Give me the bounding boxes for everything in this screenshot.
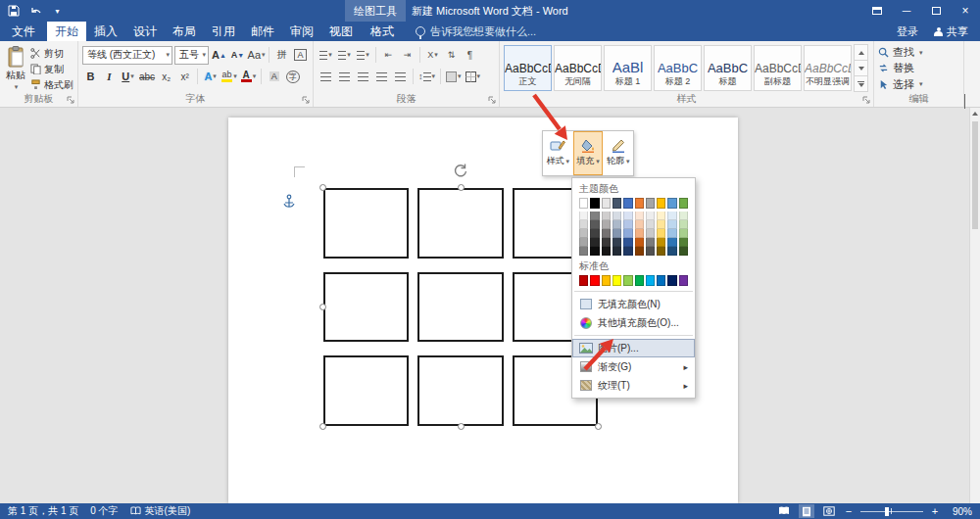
vertical-scrollbar[interactable] <box>969 108 980 503</box>
theme-color-swatch[interactable] <box>679 198 688 209</box>
theme-tint-swatch[interactable] <box>612 238 621 247</box>
paste-button[interactable]: 粘贴 ▾ <box>4 44 27 92</box>
grid-cell[interactable] <box>323 355 409 426</box>
theme-tint-swatch[interactable] <box>679 220 688 229</box>
menu-item-texture[interactable]: 纹理(T)▸ <box>572 376 695 395</box>
shrink-font-button[interactable]: A▼ <box>229 46 246 64</box>
shape-style-button[interactable]: 样式▾ <box>543 131 573 175</box>
grid-cell[interactable] <box>323 188 409 259</box>
theme-tint-swatch[interactable] <box>646 220 655 229</box>
style-item[interactable]: AaBbCcDd正文 <box>504 45 552 91</box>
save-icon[interactable] <box>4 2 24 20</box>
standard-color-swatch[interactable] <box>590 275 599 286</box>
select-button[interactable]: 选择 ▾ <box>878 77 959 92</box>
menu-item-gradient[interactable]: 渐变(G)▸ <box>572 357 695 376</box>
selection-handle-w[interactable] <box>319 304 326 310</box>
standard-color-swatch[interactable] <box>657 275 665 286</box>
tab-开始[interactable]: 开始 <box>47 22 86 41</box>
theme-tint-swatch[interactable] <box>579 247 588 256</box>
theme-tint-swatch[interactable] <box>590 229 599 238</box>
bold-button[interactable]: B <box>82 68 99 85</box>
style-item[interactable]: AaBbCcDd无间隔 <box>554 45 602 91</box>
standard-color-swatch[interactable] <box>579 275 588 286</box>
theme-tint-swatch[interactable] <box>590 238 599 247</box>
grid-cell[interactable] <box>417 355 503 426</box>
standard-color-swatch[interactable] <box>679 275 688 286</box>
theme-tint-swatch[interactable] <box>646 212 655 220</box>
theme-tint-swatch[interactable] <box>635 238 644 247</box>
line-spacing-button[interactable]: ↕▾ <box>417 68 436 85</box>
theme-tint-swatch[interactable] <box>667 212 676 220</box>
theme-tint-swatch[interactable] <box>602 238 611 247</box>
theme-tint-swatch[interactable] <box>602 220 611 229</box>
align-left-button[interactable] <box>318 68 334 85</box>
tab-视图[interactable]: 视图 <box>321 22 361 41</box>
phonetic-guide-button[interactable]: 拼 <box>273 46 290 64</box>
standard-color-swatch[interactable] <box>635 275 644 286</box>
tell-me-box[interactable]: 告诉我您想要做什么... <box>416 22 536 41</box>
tab-邮件[interactable]: 邮件 <box>243 22 282 41</box>
theme-tint-swatch[interactable] <box>657 220 665 229</box>
replace-button[interactable]: 替换 <box>878 61 959 75</box>
strikethrough-button[interactable]: abc <box>138 68 156 85</box>
shape-outline-button[interactable]: 轮廓▾ <box>603 131 633 175</box>
style-item[interactable]: AaBbC标题 <box>704 45 752 91</box>
ribbon-display-options-button[interactable] <box>862 0 892 22</box>
theme-color-swatch[interactable] <box>646 198 655 209</box>
zoom-slider[interactable] <box>860 504 923 518</box>
character-shading-button[interactable]: A <box>266 68 282 85</box>
theme-tint-swatch[interactable] <box>579 220 588 229</box>
theme-tint-swatch[interactable] <box>612 220 621 229</box>
read-mode-button[interactable] <box>776 504 792 518</box>
share-button[interactable]: 共享 <box>934 24 968 39</box>
font-family-combo[interactable]: 等线 (西文正文) ▾ <box>82 46 172 65</box>
text-effects-button[interactable]: A▾ <box>202 68 219 85</box>
document-canvas[interactable]: 样式▾ 填充▾ 轮廓▾ 主题颜色 标准色 无填充颜色(N)其他填充颜色(O)..… <box>0 108 980 503</box>
decrease-indent-button[interactable]: ⇤ <box>380 46 397 64</box>
theme-tint-swatch[interactable] <box>612 212 621 220</box>
theme-tint-swatch[interactable] <box>646 238 655 247</box>
selection-handle-se[interactable] <box>595 423 602 430</box>
theme-tint-swatch[interactable] <box>679 247 688 256</box>
theme-tint-swatch[interactable] <box>590 212 599 220</box>
numbering-button[interactable]: ▾ <box>336 46 353 64</box>
text-highlight-button[interactable]: ab ▾ <box>220 68 238 85</box>
subscript-button[interactable]: x₂ <box>158 68 174 85</box>
rotation-handle[interactable] <box>453 163 468 178</box>
grid-cell[interactable] <box>417 272 503 343</box>
tab-插入[interactable]: 插入 <box>86 22 125 41</box>
tab-file[interactable]: 文件 <box>0 22 47 41</box>
scrollbar-thumb[interactable] <box>972 121 978 229</box>
grow-font-button[interactable]: A▲ <box>211 46 227 64</box>
restore-button[interactable] <box>921 0 951 22</box>
asian-layout-button[interactable]: X▾ <box>424 46 441 64</box>
selection-handle-n[interactable] <box>458 184 465 191</box>
theme-color-swatch[interactable] <box>602 198 611 209</box>
theme-tint-swatch[interactable] <box>612 229 621 238</box>
change-case-button[interactable]: Aa▾ <box>248 46 265 64</box>
font-dialog-launcher[interactable] <box>302 96 311 105</box>
italic-button[interactable]: I <box>101 68 118 85</box>
standard-color-swatch[interactable] <box>612 275 621 286</box>
font-size-combo[interactable]: 五号 ▾ <box>174 46 209 65</box>
close-button[interactable]: × <box>951 0 980 22</box>
theme-tint-swatch[interactable] <box>657 238 665 247</box>
theme-tint-swatch[interactable] <box>646 247 655 256</box>
scroll-up-button[interactable] <box>970 108 980 119</box>
theme-tint-swatch[interactable] <box>679 229 688 238</box>
theme-tint-swatch[interactable] <box>635 247 644 256</box>
theme-tint-swatch[interactable] <box>590 220 599 229</box>
theme-tint-swatch[interactable] <box>623 220 632 229</box>
clipboard-dialog-launcher[interactable] <box>67 96 75 105</box>
web-layout-button[interactable] <box>821 504 837 518</box>
theme-tint-swatch[interactable] <box>623 212 632 220</box>
menu-item-no-fill[interactable]: 无填充颜色(N) <box>572 295 695 313</box>
enclose-characters-button[interactable]: 字 <box>284 68 301 85</box>
theme-tint-swatch[interactable] <box>667 229 676 238</box>
sort-button[interactable]: ⇅ <box>443 46 460 64</box>
theme-color-swatch[interactable] <box>579 198 588 209</box>
language-indicator[interactable]: 英语(美国) <box>130 504 191 518</box>
theme-color-swatch[interactable] <box>635 198 644 209</box>
borders-button[interactable]: ▾ <box>465 68 482 85</box>
theme-color-swatch[interactable] <box>623 198 632 209</box>
